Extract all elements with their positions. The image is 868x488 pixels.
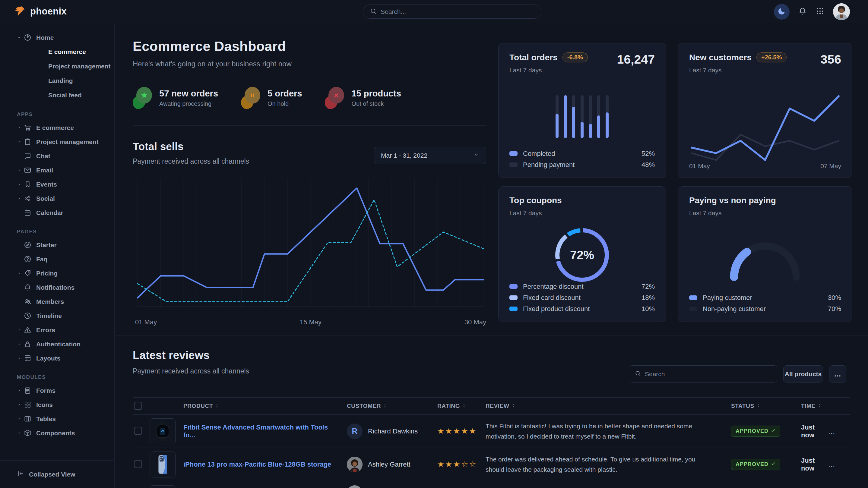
sidebar-item-errors[interactable]: Errors bbox=[0, 323, 114, 337]
sidebar-subitem-landing[interactable]: Landing bbox=[0, 73, 114, 88]
legend-value: 52% bbox=[642, 150, 655, 158]
app-root: phoenix HomeE commerceProject managemen bbox=[0, 0, 868, 488]
sidebar-item-forms[interactable]: Forms bbox=[0, 383, 114, 398]
caret-right-icon bbox=[17, 182, 24, 187]
sidebar-item-notifications[interactable]: Notifications bbox=[0, 280, 114, 294]
sidebar-item-timeline[interactable]: Timeline bbox=[0, 308, 114, 323]
global-search-input[interactable] bbox=[381, 8, 534, 15]
sidebar-item-authentication[interactable]: Authentication bbox=[0, 337, 114, 351]
sidebar-item-members[interactable]: Members bbox=[0, 294, 114, 308]
row-menu-button[interactable]: ... bbox=[828, 460, 835, 469]
sidebar-item-pricing[interactable]: Pricing bbox=[0, 266, 114, 280]
column-header-review[interactable]: REVIEW bbox=[475, 403, 717, 409]
caret-right-icon bbox=[17, 342, 24, 346]
legend-item: Fixed card discount18% bbox=[509, 292, 655, 303]
check-icon bbox=[771, 428, 776, 434]
bar bbox=[597, 95, 600, 138]
latest-reviews-title: Latest reviews bbox=[133, 349, 210, 362]
sidebar-item-chat[interactable]: Chat bbox=[0, 149, 114, 163]
check-icon bbox=[771, 461, 776, 467]
latest-reviews-subtitle: Payment received across all channels bbox=[133, 367, 249, 375]
review-text: This Fitbit is fantastic! I was trying t… bbox=[475, 421, 717, 441]
global-search[interactable] bbox=[363, 4, 541, 19]
column-header-customer[interactable]: CUSTOMER bbox=[340, 403, 430, 409]
sidebar-subitem-social-feed[interactable]: Social feed bbox=[0, 88, 114, 102]
sort-icon bbox=[817, 403, 822, 409]
paying-vs-nonpaying-card: Paying vs non paying Last 7 days Paying … bbox=[678, 186, 852, 322]
product-thumbnail bbox=[150, 452, 176, 478]
bar bbox=[564, 95, 567, 138]
product-link[interactable]: iPhone 13 pro max-Pacific Blue-128GB sto… bbox=[180, 461, 340, 468]
legend-label: Non-paying customer bbox=[703, 305, 766, 313]
sidebar-item-label: Calendar bbox=[36, 209, 63, 217]
legend-label: Paying customer bbox=[703, 294, 752, 302]
total-sells-x-axis: 01 May 15 May 30 May bbox=[135, 318, 486, 326]
sidebar-item-project-management[interactable]: Project management bbox=[0, 135, 114, 149]
card-title: Total orders bbox=[509, 53, 558, 62]
stat-value: 5 orders bbox=[268, 89, 302, 99]
tag-icon bbox=[24, 269, 32, 277]
caret-right-icon bbox=[17, 168, 24, 172]
brand-logo[interactable]: phoenix bbox=[13, 4, 67, 19]
row-checkbox[interactable] bbox=[134, 460, 142, 468]
layout-icon bbox=[24, 354, 32, 362]
select-all-checkbox[interactable] bbox=[134, 402, 142, 410]
apps-menu-button[interactable] bbox=[815, 7, 825, 17]
sidebar-item-icons[interactable]: Icons bbox=[0, 398, 114, 412]
customer-name: Ashley Garrett bbox=[368, 461, 410, 468]
status-badge: APPROVED bbox=[731, 459, 780, 470]
sidebar-item-faq[interactable]: Faq bbox=[0, 252, 114, 266]
brand-name: phoenix bbox=[30, 6, 67, 17]
theme-toggle-button[interactable] bbox=[774, 4, 789, 20]
sidebar-item-layouts[interactable]: Layouts bbox=[0, 351, 114, 365]
sidebar-item-email[interactable]: Email bbox=[0, 163, 114, 177]
legend-value: 48% bbox=[642, 161, 655, 169]
sidebar-item-starter[interactable]: Starter bbox=[0, 238, 114, 252]
date-range-select[interactable]: Mar 1 - 31, 2022 bbox=[374, 147, 486, 164]
legend-label: Percentage discount bbox=[523, 283, 584, 291]
sidebar-item-components[interactable]: Components bbox=[0, 426, 114, 440]
legend-item: Paying customer30% bbox=[689, 292, 841, 303]
reviews-search[interactable] bbox=[629, 365, 777, 383]
sidebar-item-label: Members bbox=[36, 298, 64, 305]
sidebar-item-label: Project management bbox=[36, 138, 99, 145]
sidebar-subitem-e-commerce[interactable]: E commerce bbox=[0, 44, 114, 59]
row-checkbox[interactable] bbox=[134, 427, 142, 435]
column-header-status[interactable]: STATUS bbox=[717, 403, 786, 409]
legend-item: Completed52% bbox=[509, 148, 655, 159]
reviews-more-button[interactable]: ... bbox=[829, 365, 846, 383]
sidebar-item-social[interactable]: Social bbox=[0, 191, 114, 205]
customer-cell: RRichard Dawkins bbox=[340, 423, 430, 439]
search-icon bbox=[370, 7, 377, 16]
user-avatar[interactable] bbox=[833, 3, 850, 20]
bar bbox=[572, 95, 575, 138]
box-icon bbox=[24, 429, 32, 437]
column-header-rating[interactable]: RATING bbox=[430, 403, 475, 409]
paying-legend: Paying customer30%Non-paying customer70% bbox=[689, 292, 841, 314]
card-title: New customers bbox=[689, 53, 752, 62]
sidebar-subitem-project-management[interactable]: Project management bbox=[0, 59, 114, 73]
customers-x-axis: 01 May 07 May bbox=[689, 162, 841, 170]
divider bbox=[133, 125, 486, 126]
collapse-view-toggle[interactable]: Collapsed View bbox=[0, 460, 115, 488]
table-row: Fitbit Sense Advanced Smartwatch with To… bbox=[133, 415, 850, 448]
sidebar-item-events[interactable]: Events bbox=[0, 177, 114, 191]
sidebar-item-label: Authentication bbox=[36, 340, 81, 348]
column-header-time[interactable]: TIME bbox=[786, 403, 828, 409]
sidebar-item-tables[interactable]: Tables bbox=[0, 412, 114, 426]
sidebar-item-label: Chat bbox=[36, 153, 50, 160]
question-icon bbox=[24, 255, 32, 263]
new-customers-card: New customers +26.5% 356 Last 7 days 01 … bbox=[678, 43, 852, 178]
reviews-search-input[interactable] bbox=[645, 370, 772, 378]
column-header-product[interactable]: PRODUCT bbox=[180, 403, 340, 409]
sidebar-item-e-commerce[interactable]: E commerce bbox=[0, 121, 114, 135]
notifications-button[interactable] bbox=[798, 7, 807, 17]
sidebar-item-home[interactable]: Home bbox=[0, 30, 114, 44]
sidebar-item-calendar[interactable]: Calendar bbox=[0, 205, 114, 220]
x-label-start: 01 May bbox=[135, 318, 157, 326]
page-title: Ecommerce Dashboard bbox=[133, 39, 286, 54]
navbar-actions bbox=[774, 0, 850, 23]
row-menu-button[interactable]: ... bbox=[828, 427, 835, 435]
product-link[interactable]: Fitbit Sense Advanced Smartwatch with To… bbox=[180, 423, 340, 439]
all-products-filter-button[interactable]: All products bbox=[783, 365, 823, 383]
